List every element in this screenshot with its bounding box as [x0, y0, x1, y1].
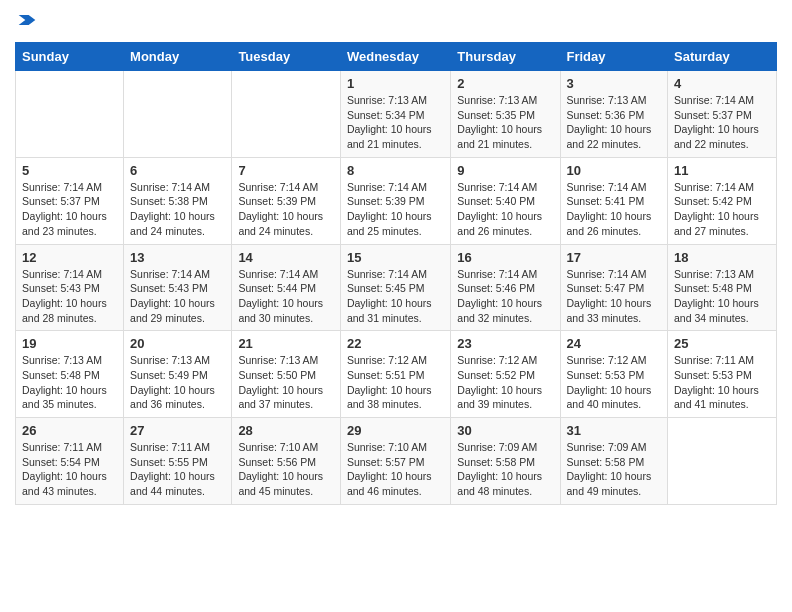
day-info: Sunrise: 7:14 AMSunset: 5:42 PMDaylight:… — [674, 180, 770, 239]
day-cell: 10Sunrise: 7:14 AMSunset: 5:41 PMDayligh… — [560, 157, 668, 244]
day-number: 3 — [567, 76, 662, 91]
day-info: Sunrise: 7:13 AMSunset: 5:34 PMDaylight:… — [347, 93, 444, 152]
day-cell: 16Sunrise: 7:14 AMSunset: 5:46 PMDayligh… — [451, 244, 560, 331]
day-info: Sunrise: 7:10 AMSunset: 5:57 PMDaylight:… — [347, 440, 444, 499]
day-number: 1 — [347, 76, 444, 91]
svg-marker-0 — [19, 15, 36, 25]
day-info: Sunrise: 7:14 AMSunset: 5:37 PMDaylight:… — [674, 93, 770, 152]
day-number: 29 — [347, 423, 444, 438]
day-number: 23 — [457, 336, 553, 351]
day-cell: 17Sunrise: 7:14 AMSunset: 5:47 PMDayligh… — [560, 244, 668, 331]
day-info: Sunrise: 7:14 AMSunset: 5:41 PMDaylight:… — [567, 180, 662, 239]
day-number: 15 — [347, 250, 444, 265]
day-info: Sunrise: 7:14 AMSunset: 5:40 PMDaylight:… — [457, 180, 553, 239]
day-info: Sunrise: 7:14 AMSunset: 5:47 PMDaylight:… — [567, 267, 662, 326]
day-cell: 20Sunrise: 7:13 AMSunset: 5:49 PMDayligh… — [124, 331, 232, 418]
day-cell: 29Sunrise: 7:10 AMSunset: 5:57 PMDayligh… — [340, 418, 450, 505]
day-info: Sunrise: 7:14 AMSunset: 5:45 PMDaylight:… — [347, 267, 444, 326]
day-info: Sunrise: 7:12 AMSunset: 5:53 PMDaylight:… — [567, 353, 662, 412]
day-info: Sunrise: 7:13 AMSunset: 5:36 PMDaylight:… — [567, 93, 662, 152]
day-number: 25 — [674, 336, 770, 351]
day-number: 14 — [238, 250, 334, 265]
header — [15, 10, 777, 32]
day-number: 24 — [567, 336, 662, 351]
day-number: 16 — [457, 250, 553, 265]
day-cell: 25Sunrise: 7:11 AMSunset: 5:53 PMDayligh… — [668, 331, 777, 418]
header-row: SundayMondayTuesdayWednesdayThursdayFrid… — [16, 43, 777, 71]
day-cell: 3Sunrise: 7:13 AMSunset: 5:36 PMDaylight… — [560, 71, 668, 158]
day-cell: 28Sunrise: 7:10 AMSunset: 5:56 PMDayligh… — [232, 418, 341, 505]
day-info: Sunrise: 7:12 AMSunset: 5:52 PMDaylight:… — [457, 353, 553, 412]
col-header-sunday: Sunday — [16, 43, 124, 71]
day-info: Sunrise: 7:14 AMSunset: 5:39 PMDaylight:… — [238, 180, 334, 239]
day-number: 31 — [567, 423, 662, 438]
day-number: 4 — [674, 76, 770, 91]
day-number: 22 — [347, 336, 444, 351]
day-cell: 31Sunrise: 7:09 AMSunset: 5:58 PMDayligh… — [560, 418, 668, 505]
day-number: 9 — [457, 163, 553, 178]
day-cell: 27Sunrise: 7:11 AMSunset: 5:55 PMDayligh… — [124, 418, 232, 505]
day-number: 7 — [238, 163, 334, 178]
day-info: Sunrise: 7:14 AMSunset: 5:43 PMDaylight:… — [22, 267, 117, 326]
day-number: 26 — [22, 423, 117, 438]
day-cell — [124, 71, 232, 158]
week-row-2: 5Sunrise: 7:14 AMSunset: 5:37 PMDaylight… — [16, 157, 777, 244]
day-cell — [232, 71, 341, 158]
day-number: 13 — [130, 250, 225, 265]
page-container: SundayMondayTuesdayWednesdayThursdayFrid… — [0, 0, 792, 515]
day-number: 11 — [674, 163, 770, 178]
day-cell: 9Sunrise: 7:14 AMSunset: 5:40 PMDaylight… — [451, 157, 560, 244]
day-number: 17 — [567, 250, 662, 265]
day-info: Sunrise: 7:14 AMSunset: 5:39 PMDaylight:… — [347, 180, 444, 239]
week-row-3: 12Sunrise: 7:14 AMSunset: 5:43 PMDayligh… — [16, 244, 777, 331]
day-cell: 21Sunrise: 7:13 AMSunset: 5:50 PMDayligh… — [232, 331, 341, 418]
col-header-tuesday: Tuesday — [232, 43, 341, 71]
day-cell: 8Sunrise: 7:14 AMSunset: 5:39 PMDaylight… — [340, 157, 450, 244]
calendar-table: SundayMondayTuesdayWednesdayThursdayFrid… — [15, 42, 777, 505]
logo — [15, 10, 37, 32]
day-cell: 1Sunrise: 7:13 AMSunset: 5:34 PMDaylight… — [340, 71, 450, 158]
day-cell: 6Sunrise: 7:14 AMSunset: 5:38 PMDaylight… — [124, 157, 232, 244]
day-info: Sunrise: 7:14 AMSunset: 5:44 PMDaylight:… — [238, 267, 334, 326]
day-cell: 4Sunrise: 7:14 AMSunset: 5:37 PMDaylight… — [668, 71, 777, 158]
day-info: Sunrise: 7:14 AMSunset: 5:43 PMDaylight:… — [130, 267, 225, 326]
day-info: Sunrise: 7:11 AMSunset: 5:54 PMDaylight:… — [22, 440, 117, 499]
day-cell: 15Sunrise: 7:14 AMSunset: 5:45 PMDayligh… — [340, 244, 450, 331]
day-cell: 5Sunrise: 7:14 AMSunset: 5:37 PMDaylight… — [16, 157, 124, 244]
day-info: Sunrise: 7:10 AMSunset: 5:56 PMDaylight:… — [238, 440, 334, 499]
week-row-4: 19Sunrise: 7:13 AMSunset: 5:48 PMDayligh… — [16, 331, 777, 418]
day-number: 28 — [238, 423, 334, 438]
day-cell: 12Sunrise: 7:14 AMSunset: 5:43 PMDayligh… — [16, 244, 124, 331]
day-cell — [16, 71, 124, 158]
day-number: 10 — [567, 163, 662, 178]
day-cell: 2Sunrise: 7:13 AMSunset: 5:35 PMDaylight… — [451, 71, 560, 158]
day-cell: 19Sunrise: 7:13 AMSunset: 5:48 PMDayligh… — [16, 331, 124, 418]
day-cell: 22Sunrise: 7:12 AMSunset: 5:51 PMDayligh… — [340, 331, 450, 418]
day-info: Sunrise: 7:14 AMSunset: 5:37 PMDaylight:… — [22, 180, 117, 239]
day-number: 8 — [347, 163, 444, 178]
day-info: Sunrise: 7:09 AMSunset: 5:58 PMDaylight:… — [457, 440, 553, 499]
day-number: 19 — [22, 336, 117, 351]
day-cell: 18Sunrise: 7:13 AMSunset: 5:48 PMDayligh… — [668, 244, 777, 331]
day-cell: 14Sunrise: 7:14 AMSunset: 5:44 PMDayligh… — [232, 244, 341, 331]
day-number: 20 — [130, 336, 225, 351]
day-info: Sunrise: 7:13 AMSunset: 5:50 PMDaylight:… — [238, 353, 334, 412]
col-header-wednesday: Wednesday — [340, 43, 450, 71]
day-info: Sunrise: 7:13 AMSunset: 5:35 PMDaylight:… — [457, 93, 553, 152]
day-number: 6 — [130, 163, 225, 178]
col-header-thursday: Thursday — [451, 43, 560, 71]
day-cell: 23Sunrise: 7:12 AMSunset: 5:52 PMDayligh… — [451, 331, 560, 418]
day-cell: 24Sunrise: 7:12 AMSunset: 5:53 PMDayligh… — [560, 331, 668, 418]
day-cell: 26Sunrise: 7:11 AMSunset: 5:54 PMDayligh… — [16, 418, 124, 505]
logo-arrow-icon — [17, 10, 37, 30]
day-number: 12 — [22, 250, 117, 265]
day-info: Sunrise: 7:14 AMSunset: 5:46 PMDaylight:… — [457, 267, 553, 326]
day-number: 27 — [130, 423, 225, 438]
day-cell: 7Sunrise: 7:14 AMSunset: 5:39 PMDaylight… — [232, 157, 341, 244]
day-number: 30 — [457, 423, 553, 438]
col-header-monday: Monday — [124, 43, 232, 71]
day-info: Sunrise: 7:09 AMSunset: 5:58 PMDaylight:… — [567, 440, 662, 499]
day-info: Sunrise: 7:13 AMSunset: 5:48 PMDaylight:… — [22, 353, 117, 412]
col-header-friday: Friday — [560, 43, 668, 71]
day-cell — [668, 418, 777, 505]
